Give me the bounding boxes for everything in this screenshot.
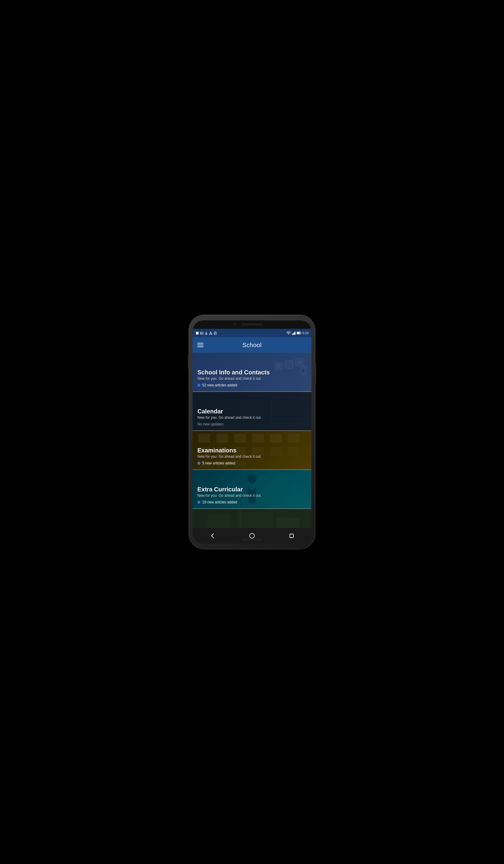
card-title-school-info: School Info and Contacts <box>197 369 307 376</box>
status-bar: 5:24 <box>193 329 311 337</box>
badge-text-calendar: No new updates <box>197 422 224 426</box>
svg-point-74 <box>250 533 254 538</box>
badge-dot-examinations <box>197 462 200 465</box>
svg-rect-9 <box>292 334 293 335</box>
svg-rect-11 <box>294 333 295 335</box>
card-badge-examinations: 5 new articles added <box>197 461 307 465</box>
app-bar: School <box>193 337 311 353</box>
screen-content: 5:24 School <box>193 329 311 544</box>
speaker-top <box>241 323 263 325</box>
phone-device: 5:24 School <box>189 315 315 549</box>
svg-rect-14 <box>297 332 300 334</box>
svg-rect-0 <box>196 332 199 335</box>
svg-point-5 <box>211 334 211 334</box>
card-content-calendar: Calendar New for you. Go ahead and check… <box>197 408 307 426</box>
bottom-nav-bar <box>193 528 311 544</box>
card-subtitle-school-info: New for you. Go ahead and check it out. <box>197 376 307 381</box>
white-square-icon <box>195 332 199 335</box>
status-icons-right: 5:24 <box>287 332 309 335</box>
card-subtitle-examinations: New for you. Go ahead and check it out. <box>197 455 307 459</box>
wifi-icon <box>287 332 291 335</box>
badge-dot-extra-curricular <box>197 501 200 504</box>
card-content-school-info: School Info and Contacts New for you. Go… <box>197 369 307 387</box>
card-badge-extra-curricular: 19 new articles added <box>197 500 307 504</box>
card-extra-curricular[interactable]: Extra Curricular New for you. Go ahead a… <box>193 470 311 509</box>
svg-rect-12 <box>295 332 296 335</box>
card-calendar[interactable]: 1 2 3 4 5 6 7 8 9 10 11 <box>193 392 311 431</box>
image-icon <box>200 332 203 335</box>
time-display: 5:24 <box>303 332 309 335</box>
card-examinations[interactable]: Examinations New for you. Go ahead and c… <box>193 431 311 470</box>
download-icon <box>205 332 208 335</box>
menu-button[interactable] <box>197 343 203 347</box>
badge-text-extra-curricular: 19 new articles added <box>202 500 237 504</box>
warning-icon <box>209 332 213 335</box>
clipboard-icon <box>214 332 217 335</box>
svg-rect-75 <box>290 534 293 538</box>
card-school-info[interactable]: @ 📞 ✉ 📱 <box>193 353 311 392</box>
phone-screen: 5:24 School <box>193 320 311 544</box>
card-title-calendar: Calendar <box>197 408 307 415</box>
card-badge-calendar: No new updates <box>197 422 307 426</box>
camera <box>234 323 237 325</box>
app-title: School <box>208 342 296 349</box>
badge-text-school-info: 52 new articles added <box>202 383 237 387</box>
svg-rect-6 <box>214 332 216 335</box>
status-icons-left <box>195 332 217 335</box>
card-content-examinations: Examinations New for you. Go ahead and c… <box>197 447 307 465</box>
card-subtitle-extra-curricular: New for you. Go ahead and check it out. <box>197 493 307 498</box>
hamburger-line-2 <box>197 345 203 345</box>
badge-dot-school-info <box>197 384 200 387</box>
recents-button[interactable] <box>286 530 298 542</box>
card-location[interactable]: Location New for you. Go ahead and check… <box>193 509 311 528</box>
speaker-bottom <box>241 539 263 541</box>
card-title-examinations: Examinations <box>197 447 307 454</box>
card-badge-school-info: 52 new articles added <box>197 383 307 387</box>
card-subtitle-calendar: New for you. Go ahead and check it out. <box>197 416 307 420</box>
signal-icon <box>292 332 296 335</box>
hamburger-line-1 <box>197 343 203 344</box>
back-button[interactable] <box>206 530 218 542</box>
card-title-extra-curricular: Extra Curricular <box>197 486 307 493</box>
card-overlay-location <box>193 509 311 528</box>
battery-icon <box>297 332 301 335</box>
badge-text-examinations: 5 new articles added <box>202 461 235 465</box>
hamburger-line-3 <box>197 347 203 347</box>
svg-rect-10 <box>293 333 294 335</box>
content-area: @ 📞 ✉ 📱 <box>193 353 311 528</box>
card-content-extra-curricular: Extra Curricular New for you. Go ahead a… <box>197 486 307 504</box>
